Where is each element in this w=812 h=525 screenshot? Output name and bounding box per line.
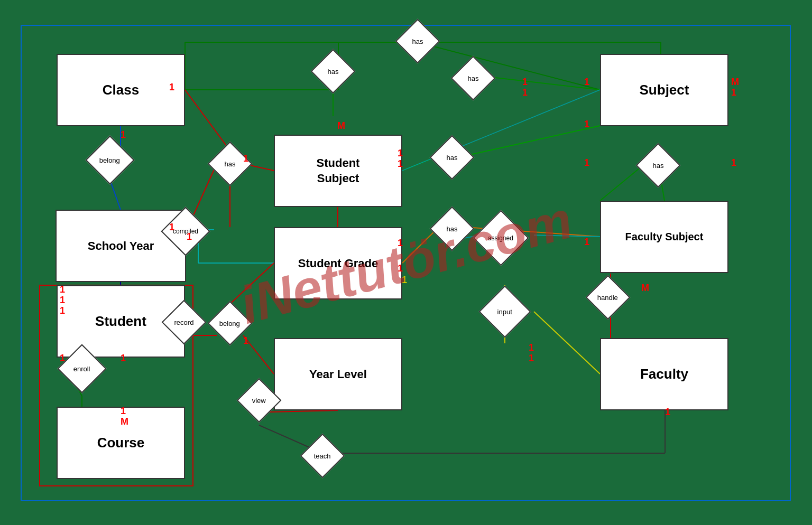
entity-subject: Subject [600, 54, 728, 126]
card-sg-yellow: 1 [402, 275, 407, 286]
card-stu-3: 1 [60, 305, 65, 316]
er-diagram: Class School Year Student Course Student… [0, 0, 812, 525]
card-subj-5: 1 [731, 157, 736, 168]
card-subj-1: 1 [584, 77, 589, 88]
svg-line-39 [534, 235, 600, 237]
card-has3-1: 1 [522, 77, 528, 88]
diamond-input: input [479, 286, 531, 338]
card-sy-2: 1 [187, 231, 192, 242]
svg-line-31 [272, 410, 338, 412]
diamond-has-7: has [636, 143, 681, 188]
card-ss-2: 1 [398, 148, 403, 159]
card-subj-2: 1 [731, 87, 736, 98]
card-course-2: M [121, 416, 128, 427]
card-fac-1: 1 [529, 342, 534, 353]
card-stu-2: 1 [60, 295, 65, 306]
card-yl-1: 1 [243, 335, 248, 346]
card-stu-1: 1 [60, 284, 65, 295]
card-subj-3: 1 [584, 119, 589, 130]
card-stu-4: 1 [60, 353, 65, 364]
svg-line-12 [486, 77, 600, 90]
entity-student-subject: StudentSubject [274, 135, 402, 207]
diamond-assigned: assigned [473, 210, 529, 266]
card-sy-1: 1 [169, 222, 174, 233]
entity-faculty-subject: Faculty Subject [600, 201, 728, 273]
diamond-has-2: has [311, 49, 356, 94]
card-sg-1: 1 [398, 238, 403, 249]
card-sg-2: 1 [398, 263, 403, 274]
diamond-has-6: has [430, 207, 475, 251]
diamond-has-3: has [395, 19, 440, 64]
card-ss-1: 1 [243, 153, 248, 164]
card-ss-3: 1 [398, 158, 403, 170]
card-has3-2: 1 [522, 87, 528, 98]
card-fac-2: 1 [529, 353, 534, 364]
card-class-2: 1 [121, 129, 126, 140]
card-class-1: 1 [169, 82, 174, 93]
entity-faculty: Faculty [600, 338, 728, 410]
card-fs-1: 1 [584, 237, 589, 248]
diamond-has-4: has [451, 56, 496, 101]
diamond-has-5: has [430, 135, 475, 180]
svg-line-49 [185, 90, 230, 151]
entity-school-year: School Year [56, 210, 186, 282]
card-subj-m: M [731, 77, 739, 88]
svg-line-2 [110, 180, 121, 210]
card-fac-3: 1 [665, 407, 670, 418]
entity-year-level: Year Level [274, 338, 402, 410]
card-fs-m: M [641, 283, 649, 294]
card-subj-4: 1 [584, 157, 589, 168]
diamond-belong-1: belong [85, 135, 134, 184]
entity-student-grade: Student Grade [274, 227, 402, 299]
svg-line-42 [534, 312, 600, 374]
card-stu-5: 1 [121, 353, 126, 364]
svg-line-9 [418, 42, 600, 90]
card-course-1: 1 [121, 406, 126, 417]
card-ss-m: M [337, 120, 345, 132]
diamond-teach: teach [300, 434, 345, 479]
entity-class: Class [57, 54, 185, 126]
diamond-handle: handle [586, 275, 631, 320]
svg-line-14 [465, 126, 600, 156]
svg-line-46 [600, 164, 645, 201]
